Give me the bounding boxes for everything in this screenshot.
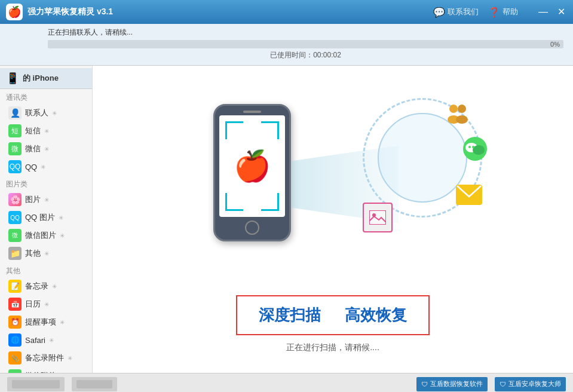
spin-indicator: ✳ <box>52 110 57 117</box>
wechat-att-label: 微信附件 <box>25 370 56 373</box>
svg-rect-10 <box>369 210 386 225</box>
title-bar: 🍎 强力苹果恢复精灵 v3.1 💬 联系我们 ❓ 帮助 — ✕ <box>0 0 573 24</box>
app-title: 强力苹果恢复精灵 v3.1 <box>27 7 433 17</box>
spin-indicator-calendar: ✳ <box>44 301 49 308</box>
sidebar-item-contacts[interactable]: 👤 联系人 ✳ <box>0 104 92 122</box>
progress-percent: 0% <box>550 40 560 48</box>
section-label-comms: 通讯类 <box>0 89 92 104</box>
progress-bar: 0% <box>48 40 563 48</box>
reminder-icon: ⏰ <box>8 316 22 329</box>
spin-indicator-notes: ✳ <box>52 283 57 290</box>
other-photos-label: 其他 <box>25 248 41 259</box>
sidebar-item-qq-photo[interactable]: QQ QQ 图片 ✳ <box>0 209 92 226</box>
sidebar-item-calendar[interactable]: 📅 日历 ✳ <box>0 295 92 313</box>
shield-icon-2: 🛡 <box>500 381 506 388</box>
efficient-recover-label: 高效恢复 <box>345 305 407 326</box>
other-photos-icon: 📁 <box>8 247 22 260</box>
sms-icon: 短 <box>8 124 22 137</box>
spin-indicator-reminder: ✳ <box>60 319 65 326</box>
illustration: 🍎 <box>166 86 500 289</box>
spin-indicator-wxphoto: ✳ <box>60 232 65 239</box>
phone-home-button <box>245 220 259 235</box>
deep-scan-label: 深度扫描 <box>259 305 321 326</box>
scan-progress-area: 正在扫描联系人，请稍续... 0% 已使用时间：00:00:02 <box>0 24 573 66</box>
svg-point-1 <box>458 105 466 113</box>
wechat-circle-icon <box>463 137 487 165</box>
title-bar-actions: 💬 联系我们 ❓ 帮助 — ✕ <box>433 7 567 18</box>
svg-point-0 <box>449 105 458 113</box>
section-label-other: 其他 <box>0 262 92 277</box>
reminder-label: 提醒事项 <box>25 317 56 327</box>
deep-scan-box: 深度扫描 高效恢复 <box>236 295 430 335</box>
sidebar-item-sms[interactable]: 短 短信 ✳ <box>0 122 92 140</box>
sidebar-item-other-photos[interactable]: 📁 其他 ✳ <box>0 244 92 262</box>
spin-indicator-safari: ✳ <box>49 337 54 344</box>
contacts-label: 联系人 <box>25 108 48 118</box>
sidebar-item-qq[interactable]: QQ QQ ✳ <box>0 158 92 176</box>
window-controls: — ✕ <box>537 7 567 17</box>
scan-status-text: 正在扫描联系人，请稍续... <box>48 27 563 38</box>
sidebar: 📱 的 iPhone 通讯类 👤 联系人 ✳ 短 短信 ✳ 微 微信 ✳ QQ … <box>0 66 93 373</box>
phone-shape: 🍎 <box>213 104 291 241</box>
device-header: 📱 的 iPhone <box>0 68 92 89</box>
sidebar-item-wechat[interactable]: 微 微信 ✳ <box>0 140 92 158</box>
wxphoto-icon: 微 <box>8 229 22 242</box>
shield-icon-1: 🛡 <box>421 381 428 388</box>
spin-indicator-photos: ✳ <box>44 197 49 203</box>
wechat-att-icon: 微 <box>8 369 22 373</box>
backup-att-label: 备忘录附件 <box>25 353 64 363</box>
footer-ads: 🛡 互盾数据恢复软件 🛡 互盾安卓恢复大师 <box>0 373 573 392</box>
scan-time-text: 已使用时间：00:00:02 <box>48 50 563 60</box>
spin-indicator-other: ✳ <box>44 250 49 257</box>
device-name: 的 iPhone <box>23 73 59 84</box>
scan-bracket-tr <box>261 121 279 139</box>
mail-circle-icon <box>456 185 482 207</box>
content-area: 🍎 <box>93 66 573 373</box>
safari-label: Safari <box>25 336 45 345</box>
wechat-label: 微信 <box>25 143 41 154</box>
spin-indicator-bkatt: ✳ <box>68 355 72 362</box>
notes-label: 备忘录 <box>25 281 48 292</box>
photos-label: 图片 <box>25 194 41 205</box>
contact-us-button[interactable]: 💬 联系我们 <box>433 7 479 18</box>
spin-indicator-qqphoto: ✳ <box>59 215 63 221</box>
phone-screen: 🍎 <box>219 115 285 217</box>
scan-bracket-tl <box>225 121 243 139</box>
sms-label: 短信 <box>25 125 41 136</box>
chat-icon: 💬 <box>433 7 445 18</box>
backup-att-icon: 📎 <box>8 351 22 365</box>
sidebar-item-notes[interactable]: 📝 备忘录 ✳ <box>0 277 92 295</box>
apple-logo: 🍎 <box>234 149 271 183</box>
sidebar-item-wechat-photo[interactable]: 微 微信图片 ✳ <box>0 226 92 244</box>
help-icon: ❓ <box>488 7 500 18</box>
contacts-icon: 👤 <box>8 106 22 120</box>
scan-bracket-bl <box>225 193 243 211</box>
spin-indicator-wxatt: ✳ <box>60 373 65 373</box>
sidebar-item-backup-att[interactable]: 📎 备忘录附件 ✳ <box>0 349 92 367</box>
sidebar-item-wechat-att[interactable]: 微 微信附件 ✳ <box>0 367 92 373</box>
sidebar-item-reminder[interactable]: ⏰ 提醒事项 ✳ <box>0 313 92 331</box>
minimize-button[interactable]: — <box>537 7 549 17</box>
sidebar-item-photos[interactable]: 🌸 图片 ✳ <box>0 191 92 209</box>
app-icon: 🍎 <box>6 4 23 20</box>
sidebar-item-safari[interactable]: 🌐 Safari ✳ <box>0 331 92 349</box>
main-layout: 📱 的 iPhone 通讯类 👤 联系人 ✳ 短 短信 ✳ 微 微信 ✳ QQ … <box>0 66 573 373</box>
qqphoto-label: QQ 图片 <box>25 212 55 223</box>
svg-point-3 <box>456 115 468 124</box>
phone-speaker <box>243 111 261 113</box>
section-label-photos: 图片类 <box>0 176 92 191</box>
svg-point-7 <box>468 146 471 148</box>
scanning-text: 正在进行扫描，请稍候.... <box>286 342 379 353</box>
close-button[interactable]: ✕ <box>555 7 567 17</box>
ad-link-android-recovery[interactable]: 🛡 互盾安卓恢复大师 <box>495 377 566 391</box>
scan-bracket-br <box>261 193 279 211</box>
ad-placeholder-2 <box>72 377 117 391</box>
ad-link-data-recovery[interactable]: 🛡 互盾数据恢复软件 <box>416 377 488 391</box>
ad-placeholder-1 <box>7 377 65 391</box>
svg-point-8 <box>472 146 474 148</box>
wxphoto-label: 微信图片 <box>25 230 56 241</box>
contacts-circle-icon <box>445 103 470 128</box>
circle-diagram <box>363 98 482 218</box>
spin-indicator-sms: ✳ <box>44 128 49 134</box>
help-button[interactable]: ❓ 帮助 <box>488 7 518 18</box>
